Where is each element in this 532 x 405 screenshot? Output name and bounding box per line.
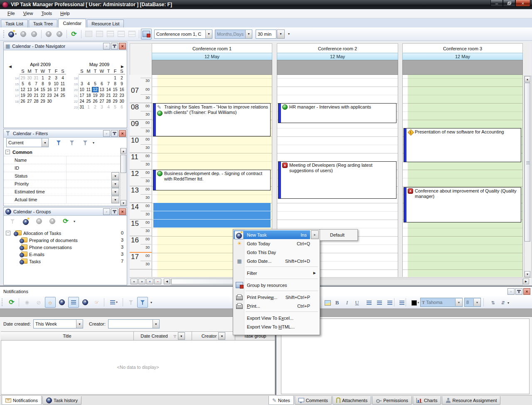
calendar-day[interactable]: 12 <box>20 87 26 92</box>
group-item-tasks[interactable]: Tasks7 <box>4 258 127 265</box>
align-center-button[interactable] <box>374 297 385 308</box>
font-name-combo[interactable]: TTahoma▼ <box>420 298 463 307</box>
calendar-day[interactable]: 25 <box>85 99 92 104</box>
tab-resource-assignment[interactable]: Resource Assignment <box>442 396 500 405</box>
new-task-button[interactable]: ✦▾ <box>7 29 18 40</box>
scroll-down-button[interactable]: ▼ <box>121 200 126 206</box>
zoom-in-button[interactable]: + <box>146 279 153 284</box>
close-panel-button[interactable]: ✕ <box>523 288 530 295</box>
show-details-button[interactable] <box>68 297 79 308</box>
refresh-groups-button[interactable]: ⟳ <box>60 216 71 226</box>
calendar-day[interactable]: 28 <box>33 99 39 104</box>
calendar-day[interactable]: 15 <box>112 87 118 92</box>
calendar-event[interactable]: ✎Training for Sales Team - “How to impro… <box>153 103 271 136</box>
task-timer-button[interactable] <box>54 29 65 40</box>
week-view-button[interactable] <box>105 29 116 40</box>
menu-item-filter[interactable]: Filter▶ <box>234 269 319 277</box>
calendar-day[interactable]: 1 <box>85 104 92 110</box>
work-week-view-button[interactable] <box>94 29 105 40</box>
filter-row-actual-time[interactable]: Actual time▼ <box>4 195 120 204</box>
auto-filter-button[interactable] <box>137 297 148 308</box>
calendar-day[interactable]: 16 <box>46 87 53 92</box>
v-scrollbar[interactable]: ▲▼ <box>524 76 532 278</box>
filter-value-dropdown[interactable]: ▼ <box>111 196 119 203</box>
calendar-day[interactable]: 14 <box>105 87 112 92</box>
calendar-day[interactable]: 23 <box>118 93 125 98</box>
chevron-down-icon[interactable]: ▼ <box>76 320 83 328</box>
menu-view[interactable]: View <box>19 10 37 17</box>
calendar-day[interactable]: 20 <box>99 93 105 98</box>
filter-value-dropdown[interactable]: ▼ <box>111 180 119 188</box>
tab-notifications[interactable]: Notifications <box>2 396 42 405</box>
scrollbar-thumb[interactable] <box>121 155 126 173</box>
scroll-left-button[interactable]: ◀ <box>164 279 170 284</box>
all-day-area[interactable] <box>152 60 272 75</box>
close-panel-button[interactable]: ✕ <box>119 43 126 49</box>
filter-notifications-button[interactable] <box>126 297 136 308</box>
column-header-title[interactable]: Title <box>1 331 134 341</box>
calendar-day[interactable]: 29 <box>39 99 46 104</box>
restore-panel-button[interactable]: ▫ <box>103 208 110 215</box>
menu-item-goto-today[interactable]: ☀Goto TodayCtrl+Q <box>234 239 319 248</box>
calendar-day[interactable]: 26 <box>92 99 99 104</box>
calendar-day[interactable]: 14 <box>33 87 39 92</box>
filter-groups-button[interactable] <box>7 216 18 226</box>
date-header[interactable]: 12 May <box>277 53 398 60</box>
calendar-day[interactable]: 9 <box>46 81 53 86</box>
calendar-day[interactable]: 17 <box>53 87 59 92</box>
group-item-e-mails[interactable]: E-mails3 <box>4 251 127 258</box>
open-task-button[interactable] <box>57 297 67 308</box>
save-filter-button[interactable] <box>67 138 77 147</box>
calendar-day[interactable]: 13 <box>26 87 33 92</box>
chevron-down-icon[interactable]: ▼ <box>245 30 252 38</box>
tab-comments[interactable]: Comments <box>295 396 332 405</box>
calendar-day[interactable]: 30 <box>46 99 53 104</box>
calendar-day[interactable]: 10 <box>79 87 85 92</box>
chevron-down-icon[interactable]: ▼ <box>205 30 212 38</box>
line-spacing-button[interactable]: ⇅ <box>488 297 498 308</box>
calendar-event[interactable]: ∧Conference about improvement of Quality… <box>404 187 521 222</box>
pin-panel-button[interactable] <box>515 288 522 295</box>
groups-header[interactable]: Calendar - Groups▫✕ <box>4 207 127 216</box>
calendar-day[interactable]: 20 <box>26 93 33 98</box>
collapse-icon[interactable]: − <box>5 150 10 154</box>
day-grid[interactable] <box>402 75 523 277</box>
room-header[interactable]: Conference room 1 <box>152 43 272 53</box>
group-item-phone-conversations[interactable]: Phone conversations3 <box>4 244 127 251</box>
calendar-day[interactable]: 8 <box>112 81 118 86</box>
close-panel-button[interactable]: ✕ <box>119 130 126 137</box>
scroll-up-button[interactable]: ▲ <box>121 148 126 154</box>
tab-task-tree[interactable]: Task Tree <box>29 20 58 27</box>
calendar-day[interactable]: 12 <box>92 87 99 92</box>
calendar-day[interactable]: 6 <box>118 104 125 110</box>
calendar-event[interactable]: Business development dep. - Signing of c… <box>153 170 271 190</box>
calendar-day[interactable]: 11 <box>59 81 66 86</box>
filter-row-estimated-time[interactable]: Estimated time▼ <box>4 188 120 196</box>
menu-item-print-preview[interactable]: Print Preview...Shift+Ctrl+P <box>234 293 319 301</box>
calendar-day[interactable]: 29 <box>112 99 118 104</box>
group-by-resources-button[interactable] <box>141 29 152 40</box>
restore-panel-button[interactable]: ▫ <box>507 288 515 295</box>
calendar-day[interactable]: 27 <box>99 99 105 104</box>
calendar-day[interactable]: 21 <box>33 93 39 98</box>
timeline-view-button[interactable] <box>126 29 137 40</box>
toolbar-overflow-icon[interactable]: ▾ <box>288 32 290 36</box>
filter-value-dropdown[interactable]: ▼ <box>111 188 119 195</box>
date-header[interactable]: 12 May <box>402 53 523 60</box>
edit-task-group-button[interactable] <box>34 216 44 226</box>
clear-filter-button[interactable] <box>80 138 90 147</box>
complete-task-button[interactable] <box>43 29 54 40</box>
time-ruler[interactable]: 3007003008003009003010003011003012003013… <box>130 75 152 277</box>
column-header-creator[interactable]: Creator▼ <box>192 331 235 341</box>
new-task-group-button[interactable]: ✦ <box>20 216 31 226</box>
calendar-event[interactable]: ∧Meeting of Developers (Reg arding lates… <box>278 161 397 199</box>
calendar-day[interactable]: 27 <box>26 99 33 104</box>
calendar-day[interactable]: 30 <box>26 75 33 81</box>
calendar-day[interactable]: 3 <box>53 75 59 81</box>
tab-task-history[interactable]: Task history <box>42 396 81 405</box>
filter-row-id[interactable]: ID <box>4 164 120 172</box>
show-notification-window-button[interactable]: ☼ <box>45 297 56 308</box>
date-header[interactable]: 12 May <box>152 53 272 60</box>
scale-mode-combo[interactable]: Months,Days▼ <box>215 30 252 39</box>
calendar-day[interactable]: 19 <box>92 93 99 98</box>
